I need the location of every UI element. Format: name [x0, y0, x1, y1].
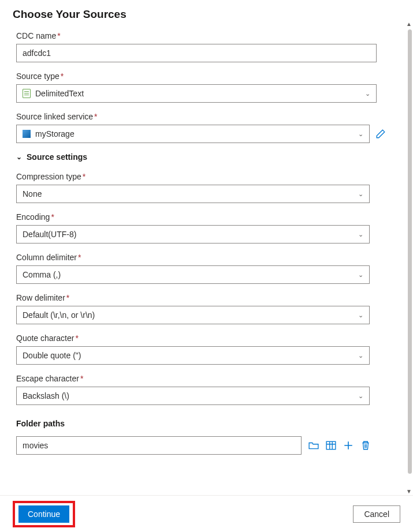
page-title: Choose Your Sources: [13, 8, 400, 21]
edit-icon[interactable]: [375, 129, 386, 139]
escape-character-label: Escape character*: [16, 374, 400, 383]
scrollbar-thumb[interactable]: [408, 29, 412, 474]
chevron-down-icon: ⌄: [358, 312, 363, 319]
storage-icon: [23, 130, 31, 138]
encoding-label: Encoding*: [16, 212, 400, 222]
quote-character-select[interactable]: Double quote (") ⌄: [16, 346, 370, 365]
source-linked-service-select[interactable]: myStorage ⌄: [16, 125, 370, 143]
cdc-name-label: CDC name*: [16, 31, 400, 40]
folder-paths-heading: Folder paths: [16, 419, 400, 428]
scrollbar[interactable]: ▲ ▼: [404, 29, 413, 486]
row-delimiter-select[interactable]: Default (\r,\n, or \r\n) ⌄: [16, 306, 370, 324]
scroll-down-icon[interactable]: ▼: [406, 488, 412, 494]
chevron-down-icon: ⌄: [16, 153, 22, 161]
folder-path-input-wrapper[interactable]: [16, 436, 302, 455]
chevron-down-icon: ⌄: [358, 392, 363, 400]
chevron-down-icon: ⌄: [358, 190, 363, 198]
escape-character-select[interactable]: Backslash (\) ⌄: [16, 387, 370, 405]
continue-highlight: Continue: [13, 501, 75, 527]
source-linked-service-label: Source linked service*: [16, 112, 400, 121]
compression-type-select[interactable]: None ⌄: [16, 185, 370, 203]
encoding-select[interactable]: Default(UTF-8) ⌄: [16, 225, 370, 243]
cdc-name-input-wrapper[interactable]: [16, 44, 377, 62]
scroll-up-icon[interactable]: ▲: [406, 21, 412, 27]
preview-data-icon[interactable]: [326, 440, 336, 451]
source-type-label: Source type*: [16, 72, 400, 81]
delimited-file-icon: [23, 89, 31, 98]
row-delimiter-label: Row delimiter*: [16, 293, 400, 302]
add-icon[interactable]: [343, 440, 354, 451]
chevron-down-icon: ⌄: [365, 90, 370, 98]
continue-button[interactable]: Continue: [18, 505, 69, 523]
column-delimiter-label: Column delimiter*: [16, 253, 400, 262]
compression-type-label: Compression type*: [16, 172, 400, 181]
cdc-name-input[interactable]: [23, 48, 370, 58]
delete-icon[interactable]: [360, 440, 371, 451]
svg-rect-0: [326, 441, 336, 449]
quote-character-label: Quote character*: [16, 334, 400, 343]
chevron-down-icon: ⌄: [358, 271, 363, 279]
chevron-down-icon: ⌄: [358, 130, 363, 138]
chevron-down-icon: ⌄: [358, 231, 363, 238]
column-delimiter-select[interactable]: Comma (,) ⌄: [16, 265, 370, 284]
source-type-select[interactable]: DelimitedText ⌄: [16, 84, 377, 103]
browse-folder-icon[interactable]: [308, 440, 319, 451]
folder-path-input[interactable]: [23, 441, 295, 450]
source-settings-toggle[interactable]: ⌄ Source settings: [16, 152, 400, 162]
chevron-down-icon: ⌄: [358, 352, 363, 359]
cancel-button[interactable]: Cancel: [353, 505, 400, 523]
